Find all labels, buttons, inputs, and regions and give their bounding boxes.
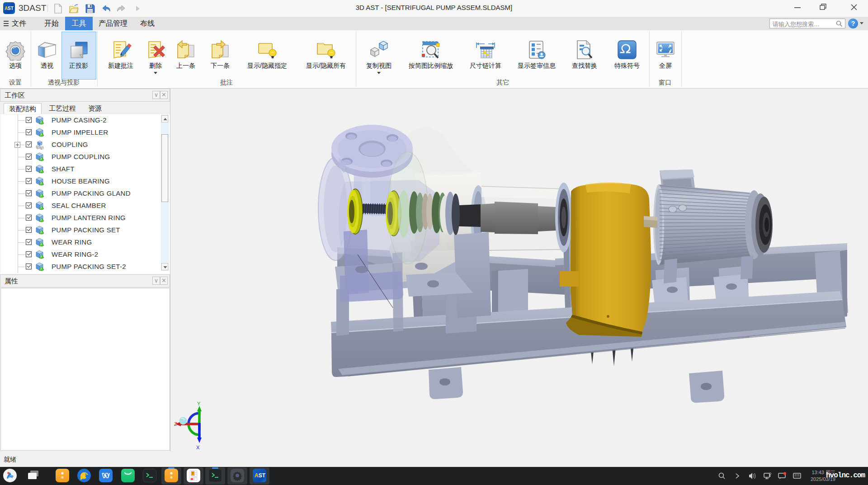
svg-text:Y: Y (197, 401, 201, 406)
svg-text:Z: Z (174, 421, 177, 427)
svg-text:X: X (196, 445, 200, 450)
